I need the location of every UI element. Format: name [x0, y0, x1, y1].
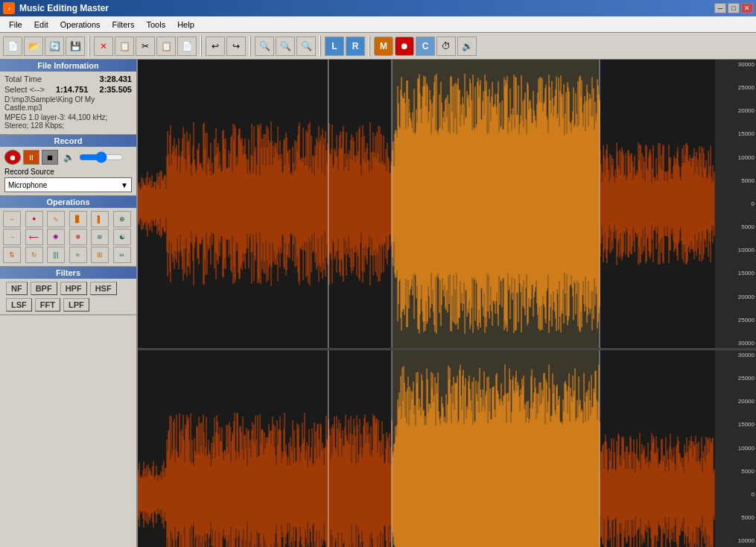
filter-LSF[interactable]: LSF: [6, 298, 32, 312]
op-btn-11[interactable]: ≋: [91, 229, 109, 245]
op-btn-12[interactable]: ☯: [113, 229, 131, 245]
zoom-fit-button[interactable]: 🔍: [296, 37, 316, 56]
channel-R-button[interactable]: R: [346, 37, 365, 56]
op-btn-10[interactable]: ✵: [69, 229, 87, 245]
op-btn-8[interactable]: ⟵: [25, 229, 43, 245]
filters-header: Filters: [0, 267, 136, 279]
op-btn-13[interactable]: ⇅: [3, 247, 21, 263]
close-button[interactable]: ✕: [741, 3, 753, 13]
file-path: D:\mp3\Sample\King Of My Castle.mp3: [4, 95, 132, 112]
export-button[interactable]: 📄: [177, 37, 197, 56]
sep5: [369, 36, 370, 57]
op-btn-6[interactable]: ⊕: [113, 211, 131, 227]
app-icon: ♪: [3, 2, 15, 14]
filters-section: Filters NF BPF HPF HSF LSF FFT LPF: [0, 267, 136, 315]
record-source-value: Microphone: [8, 181, 47, 189]
op-btn-17[interactable]: ⊞: [91, 247, 109, 263]
scale-right-bottom: 30000 25000 20000 15000 10000 5000 0 500…: [715, 350, 756, 547]
maximize-button[interactable]: □: [728, 3, 740, 13]
zoom-in-button[interactable]: 🔍: [255, 37, 274, 56]
filter-NF[interactable]: NF: [6, 282, 28, 295]
filter-LPF[interactable]: LPF: [63, 298, 89, 312]
refresh-button[interactable]: 🔄: [45, 37, 64, 56]
paste-button[interactable]: 📋: [156, 37, 176, 56]
delete-button[interactable]: ✕: [94, 37, 113, 56]
menu-bar: File Edit Operations Filters Tools Help: [0, 16, 756, 33]
op-btn-2[interactable]: ✦: [25, 211, 43, 227]
operations-grid: ↔ ✦ ∿ ▊ ▌ ⊕ → ⟵ ✺ ✵ ≋ ☯ ⇅ ↻ ||| ≈ ⊞ ∞: [0, 208, 136, 266]
mode-M-button[interactable]: M: [374, 37, 393, 56]
op-btn-14[interactable]: ↻: [25, 247, 43, 263]
title-bar: ♪ Music Editing Master ─ □ ✕: [0, 0, 756, 16]
op-btn-18[interactable]: ∞: [113, 247, 131, 263]
waveform-track-bottom: 30000 25000 20000 15000 10000 5000 0 500…: [138, 350, 756, 547]
channel-L-button[interactable]: L: [325, 37, 344, 56]
menu-filters[interactable]: Filters: [107, 19, 141, 31]
select-start: 1:14.751: [56, 85, 88, 94]
record-volume-icon: 🔈: [60, 150, 77, 165]
timer-button[interactable]: ⏱: [436, 37, 456, 56]
op-btn-4[interactable]: ▊: [69, 211, 87, 227]
sound-button[interactable]: 🔊: [457, 37, 477, 56]
record-stop-button[interactable]: ⏹: [42, 150, 58, 165]
filter-grid: NF BPF HPF HSF LSF FFT LPF: [0, 279, 136, 314]
record-button[interactable]: ⏺: [4, 150, 21, 165]
filter-BPF[interactable]: BPF: [31, 282, 57, 295]
select-end: 2:35.505: [100, 85, 132, 94]
waveform-canvas-bottom[interactable]: [138, 350, 715, 547]
save-button[interactable]: 💾: [66, 37, 85, 56]
cut-button[interactable]: ✂: [136, 37, 155, 56]
record-indicator[interactable]: ⏺: [395, 37, 414, 56]
new-button[interactable]: 📄: [3, 37, 22, 56]
op-btn-16[interactable]: ≈: [69, 247, 87, 263]
minimize-button[interactable]: ─: [714, 3, 726, 13]
record-source-arrow: ▼: [121, 181, 128, 189]
menu-file[interactable]: File: [3, 19, 28, 31]
right-area: 30000 25000 20000 15000 10000 5000 0 500…: [138, 60, 756, 547]
channel-C-button[interactable]: C: [416, 37, 435, 56]
file-info-section: File Information Total Time 3:28.431 Sel…: [0, 60, 136, 135]
menu-edit[interactable]: Edit: [28, 19, 54, 31]
menu-operations[interactable]: Operations: [54, 19, 107, 31]
op-btn-9[interactable]: ✺: [47, 229, 65, 245]
left-panel: File Information Total Time 3:28.431 Sel…: [0, 60, 138, 547]
select-label: Select <-->: [4, 85, 45, 94]
toolbar: 📄 📂 🔄 💾 ✕ 📋 ✂ 📋 📄 ↩ ↪ 🔍 🔍 🔍 L R M ⏺ C ⏱ …: [0, 33, 756, 60]
record-section: Record ⏺ ⏸ ⏹ 🔈 Record Source Microphone …: [0, 135, 136, 196]
scale-right-top: 30000 25000 20000 15000 10000 5000 0 500…: [715, 60, 756, 348]
operations-header: Operations: [0, 196, 136, 208]
open-button[interactable]: 📂: [24, 37, 43, 56]
file-info-header: File Information: [0, 60, 136, 72]
sep4: [320, 36, 321, 57]
record-source-select[interactable]: Microphone ▼: [4, 177, 132, 192]
op-btn-7[interactable]: →: [3, 229, 21, 245]
file-meta: MPEG 1.0 layer-3: 44,100 kHz; Stereo; 12…: [4, 113, 132, 130]
app-title: Music Editing Master: [19, 3, 109, 13]
sep1: [89, 36, 90, 57]
undo-button[interactable]: ↩: [206, 37, 225, 56]
waveform-area: 30000 25000 20000 15000 10000 5000 0 500…: [138, 60, 756, 547]
file-info-content: Total Time 3:28.431 Select <--> 1:14.751…: [0, 72, 136, 134]
filter-FFT[interactable]: FFT: [35, 298, 60, 312]
menu-tools[interactable]: Tools: [140, 19, 171, 31]
record-pause-button[interactable]: ⏸: [23, 150, 39, 165]
redo-button[interactable]: ↪: [226, 37, 246, 56]
op-btn-15[interactable]: |||: [47, 247, 65, 263]
op-btn-3[interactable]: ∿: [47, 211, 65, 227]
zoom-out-button[interactable]: 🔍: [276, 37, 295, 56]
operations-section: Operations ↔ ✦ ∿ ▊ ▌ ⊕ → ⟵ ✺ ✵ ≋ ☯ ⇅ ↻ |…: [0, 196, 136, 267]
total-time-value: 3:28.431: [100, 75, 132, 83]
op-btn-5[interactable]: ▌: [91, 211, 109, 227]
sep3: [250, 36, 251, 57]
total-time-label: Total Time: [4, 75, 42, 83]
filter-HPF[interactable]: HPF: [60, 282, 87, 295]
waveform-canvas-top[interactable]: [138, 60, 715, 348]
waveform-track-top: 30000 25000 20000 15000 10000 5000 0 500…: [138, 60, 756, 348]
record-header: Record: [0, 135, 136, 147]
record-volume-slider[interactable]: [79, 153, 124, 162]
menu-help[interactable]: Help: [171, 19, 200, 31]
sep2: [200, 36, 202, 57]
copy-button[interactable]: 📋: [115, 37, 134, 56]
filter-HSF[interactable]: HSF: [90, 282, 117, 295]
op-btn-1[interactable]: ↔: [3, 211, 21, 227]
